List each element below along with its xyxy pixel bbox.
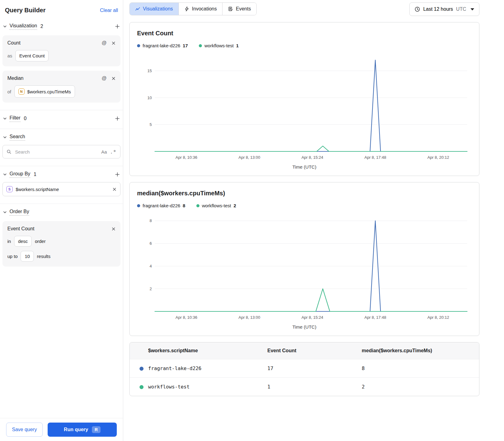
order-by-section: Order By Event Count in desc order up to…: [0, 204, 123, 274]
table-row[interactable]: fragrant-lake-d226178: [130, 359, 479, 378]
legend-item[interactable]: fragrant-lake-d22617: [137, 43, 188, 48]
chart-legend: fragrant-lake-d2268workflows-test2: [137, 203, 472, 208]
query-builder-sidebar: Query Builder Clear all Visualization 2 …: [0, 0, 123, 441]
svg-text:2: 2: [150, 287, 152, 291]
search-section-label: Search: [10, 134, 25, 141]
legend-item[interactable]: fragrant-lake-d2268: [137, 203, 185, 208]
svg-text:Apr 8, 20:12: Apr 8, 20:12: [427, 155, 449, 160]
run-query-button[interactable]: Run query R: [48, 423, 117, 437]
svg-text:Apr 8, 17:48: Apr 8, 17:48: [364, 315, 386, 320]
table-column-header: median($workers.cpuTimeMs): [357, 342, 479, 359]
add-filter-button[interactable]: [115, 116, 120, 121]
visualization-card-title: Median: [7, 76, 97, 81]
match-case-icon[interactable]: Aa: [101, 149, 107, 154]
chevron-down-icon[interactable]: [3, 135, 7, 139]
event-count-chart-card: Event Count fragrant-lake-d22617workflow…: [129, 22, 479, 176]
legend-item[interactable]: workflows-test1: [199, 43, 238, 48]
event-count-cell: 17: [262, 359, 357, 378]
chart-line-icon: [135, 6, 140, 11]
median-cell: 8: [357, 359, 479, 378]
series-dot: [137, 44, 140, 47]
group-by-count: 1: [34, 172, 37, 177]
median-cpu-chart: 2468Apr 8, 10:36Apr 8, 13:00Apr 8, 15:24…: [137, 213, 472, 322]
at-icon[interactable]: @: [102, 40, 107, 46]
caret-down-icon: [471, 8, 474, 10]
chevron-down-icon[interactable]: [3, 117, 7, 120]
svg-text:10: 10: [148, 96, 152, 100]
close-icon[interactable]: [112, 227, 116, 231]
series-dot: [137, 204, 140, 207]
group-by-field[interactable]: S $workers.scriptName: [2, 182, 120, 196]
visualization-card-title: Count: [7, 40, 97, 46]
page-title: Query Builder: [5, 7, 45, 14]
as-label: as: [7, 53, 12, 58]
event-count-chart: 51015Apr 8, 10:36Apr 8, 13:00Apr 8, 15:2…: [137, 53, 472, 162]
table-column-header: $workers.scriptName: [130, 342, 262, 359]
at-icon[interactable]: @: [102, 76, 107, 81]
time-range-dropdown[interactable]: Last 12 hours UTC: [409, 2, 479, 16]
x-axis-label: Time (UTC): [137, 322, 472, 333]
legend-item[interactable]: workflows-test2: [196, 203, 236, 208]
in-label: in: [7, 239, 11, 244]
visualization-card-median: Median @ of N $workers.cpuTimeMs: [2, 71, 120, 103]
clear-all-button[interactable]: Clear all: [100, 8, 118, 13]
median-field-value: $workers.cpuTimeMs: [27, 89, 71, 94]
chart-title: median($workers.cpuTimeMs): [137, 190, 472, 197]
keyboard-shortcut-badge: R: [92, 426, 100, 433]
search-input[interactable]: [14, 149, 98, 155]
search-icon: [6, 149, 11, 154]
chevron-down-icon[interactable]: [3, 173, 7, 176]
series-dot: [140, 367, 144, 371]
svg-text:4: 4: [150, 264, 152, 268]
remove-group-by-button[interactable]: [112, 187, 116, 191]
search-field: Aa .*: [2, 145, 120, 158]
add-group-by-button[interactable]: [115, 172, 120, 177]
group-by-section: Group By 1 S $workers.scriptName: [0, 166, 123, 204]
count-alias-field[interactable]: Event Count: [15, 50, 49, 61]
series-name: fragrant-lake-d226: [143, 43, 180, 48]
series-name: workflows-test: [202, 203, 231, 208]
of-label: of: [7, 89, 11, 94]
median-field-selector[interactable]: N $workers.cpuTimeMs: [14, 85, 75, 98]
sort-direction-selector[interactable]: desc: [14, 236, 32, 247]
visualization-card-count: Count @ as Event Count: [2, 35, 120, 66]
svg-text:Apr 8, 15:24: Apr 8, 15:24: [301, 155, 323, 160]
run-query-label: Run query: [64, 427, 88, 432]
group-by-field-value: $workers.scriptName: [16, 187, 59, 192]
series-dot: [140, 385, 144, 389]
table-column-header: Event Count: [262, 342, 357, 359]
svg-text:15: 15: [148, 68, 152, 73]
time-zone-label: UTC: [456, 6, 466, 12]
events-icon: [228, 6, 233, 11]
script-name-cell: fragrant-lake-d226: [130, 359, 262, 378]
tab-invocations[interactable]: Invocations: [179, 3, 222, 15]
chart-title: Event Count: [137, 30, 472, 37]
save-query-button[interactable]: Save query: [6, 423, 43, 437]
table-row[interactable]: workflows-test12: [130, 378, 479, 396]
close-icon[interactable]: [112, 41, 116, 45]
regex-icon[interactable]: .*: [110, 149, 116, 155]
add-visualization-button[interactable]: [115, 24, 120, 29]
svg-text:Apr 8, 10:36: Apr 8, 10:36: [175, 155, 197, 160]
filter-count: 0: [24, 116, 27, 121]
tab-visualizations[interactable]: Visualizations: [130, 3, 179, 15]
tab-events[interactable]: Events: [222, 3, 256, 15]
up-to-label: up to: [7, 254, 18, 259]
group-by-section-label: Group By: [10, 171, 30, 178]
view-tabs: VisualizationsInvocationsEvents: [129, 2, 257, 15]
series-name: fragrant-lake-d226: [143, 203, 180, 208]
svg-text:5: 5: [150, 122, 152, 127]
sidebar-footer: Save query Run query R: [0, 418, 123, 441]
svg-text:Apr 8, 17:48: Apr 8, 17:48: [364, 155, 386, 160]
chevron-down-icon[interactable]: [3, 210, 7, 214]
main-content: VisualizationsInvocationsEvents Last 12 …: [123, 0, 504, 441]
line-chart: 2468Apr 8, 10:36Apr 8, 13:00Apr 8, 15:24…: [137, 213, 471, 321]
svg-text:Apr 8, 20:12: Apr 8, 20:12: [427, 315, 449, 320]
close-icon[interactable]: [112, 76, 116, 80]
visualization-section: Visualization 2 Count @ as Event Coun: [0, 18, 123, 110]
chevron-down-icon[interactable]: [3, 25, 7, 28]
string-field-icon: S: [6, 186, 13, 192]
median-cpu-chart-card: median($workers.cpuTimeMs) fragrant-lake…: [129, 182, 479, 336]
result-limit-field[interactable]: 10: [21, 251, 34, 262]
lightning-icon: [184, 6, 189, 11]
